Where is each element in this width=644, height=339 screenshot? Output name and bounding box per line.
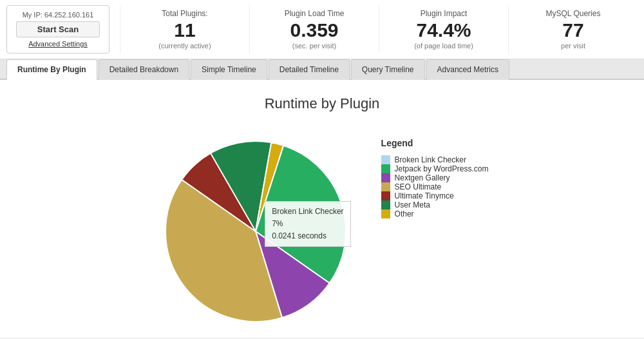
legend-item: User Meta [381, 200, 489, 209]
stat-sub: per visit [561, 42, 585, 50]
legend-item: Other [381, 209, 489, 218]
my-ip-box: My IP: 64.252.160.161 Start Scan Advance… [6, 5, 109, 53]
stat-sub: (sec. per visit) [292, 42, 336, 50]
legend-item-label: Other [395, 209, 414, 218]
legend-item: SEO Ultimate [381, 182, 489, 191]
start-scan-button[interactable]: Start Scan [16, 21, 100, 37]
legend-color-swatch [381, 209, 390, 218]
legend-box: Legend Broken Link Checker Jetpack by Wo… [381, 138, 489, 218]
tab-item[interactable]: Advanced Metrics [426, 59, 509, 80]
stats-container: Total Plugins: 11 (currently active) Plu… [120, 5, 638, 53]
stat-sub: (of page load time) [414, 42, 473, 50]
chart-title: Runtime by Plugin [6, 95, 638, 112]
legend-item-label: Broken Link Checker [395, 155, 466, 164]
legend-item: Jetpack by WordPress.com [381, 164, 489, 173]
tab-item[interactable]: Detailed Timeline [269, 59, 350, 80]
stat-card: Total Plugins: 11 (currently active) [120, 5, 249, 53]
advanced-settings-link[interactable]: Advanced Settings [16, 40, 100, 48]
stat-card: MySQL Queries 77 per visit [508, 5, 638, 53]
legend-items-container: Broken Link Checker Jetpack by WordPress… [381, 155, 489, 218]
stat-label: Plugin Impact [421, 9, 468, 18]
legend-item-label: Ultimate Tinymce [395, 191, 454, 200]
tab-item[interactable]: Simple Timeline [191, 59, 267, 80]
legend-color-swatch [381, 191, 390, 200]
tab-item[interactable]: Query Timeline [351, 59, 425, 80]
legend-item: Ultimate Tinymce [381, 191, 489, 200]
legend-color-swatch [381, 182, 390, 191]
ip-label: My IP: 64.252.160.161 [16, 11, 100, 19]
stat-value: 11 [174, 19, 195, 41]
legend-item-label: SEO Ultimate [395, 182, 442, 191]
main-content: Runtime by Plugin Broken Link Checker 7%… [0, 80, 644, 338]
stat-value: 74.4% [416, 19, 471, 41]
legend-item: Nextgen Gallery [381, 173, 489, 182]
tab-item[interactable]: Detailed Breakdown [99, 59, 189, 80]
legend-item-label: Jetpack by WordPress.com [395, 164, 489, 173]
stat-label: MySQL Queries [546, 9, 601, 18]
legend-item: Broken Link Checker [381, 155, 489, 164]
pie-wrapper: Broken Link Checker 7% 0.0241 seconds [156, 125, 362, 325]
tab-item[interactable]: Runtime By Plugin [6, 59, 97, 80]
stat-sub: (currently active) [158, 42, 211, 50]
top-bar: My IP: 64.252.160.161 Start Scan Advance… [0, 0, 644, 59]
stat-label: Total Plugins: [162, 9, 207, 18]
legend-item-label: User Meta [395, 200, 430, 209]
legend-title: Legend [381, 138, 489, 148]
legend-color-swatch [381, 173, 390, 182]
stat-card: Plugin Impact 74.4% (of page load time) [379, 5, 508, 53]
ip-address: 64.252.160.161 [44, 11, 93, 19]
legend-item-label: Nextgen Gallery [395, 173, 450, 182]
my-ip-text: My IP: [23, 11, 43, 19]
chart-area: Broken Link Checker 7% 0.0241 seconds Le… [6, 119, 638, 331]
stat-value: 0.359 [290, 19, 338, 41]
pie-chart-svg [156, 125, 362, 325]
stat-card: Plugin Load Time 0.359 (sec. per visit) [249, 5, 379, 53]
stat-label: Plugin Load Time [285, 9, 345, 18]
legend-color-swatch [381, 200, 390, 209]
legend-color-swatch [381, 155, 390, 164]
legend-color-swatch [381, 164, 390, 173]
stat-value: 77 [562, 19, 583, 41]
tabs-bar: Runtime By PluginDetailed BreakdownSimpl… [0, 59, 644, 80]
